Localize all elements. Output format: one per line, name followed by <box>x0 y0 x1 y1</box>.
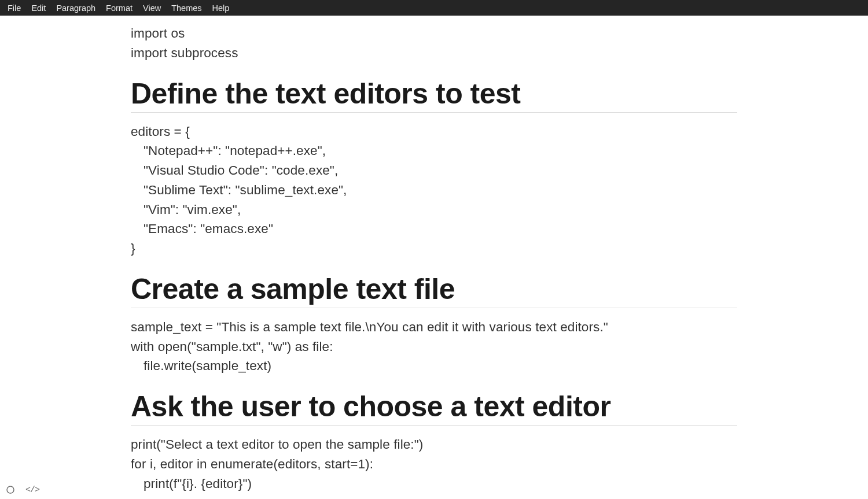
svg-point-0 <box>7 486 14 493</box>
document-line: "Sublime Text": "sublime_text.exe", <box>131 180 737 200</box>
menubar: File Edit Paragraph Format View Themes H… <box>0 0 868 16</box>
document-line: import os <box>131 24 737 43</box>
document-line: print(f"{i}. {editor}") <box>131 474 737 494</box>
document-line: import subprocess <box>131 43 737 63</box>
document-line: "Vim": "vim.exe", <box>131 200 737 220</box>
heading-create-sample: Create a sample text file <box>131 273 737 308</box>
code-view-icon[interactable]: </> <box>25 485 39 495</box>
document-line: "Visual Studio Code": "code.exe", <box>131 161 737 180</box>
document-body[interactable]: import os import subprocess Define the t… <box>131 16 737 499</box>
document-line: "Notepad++": "notepad++.exe", <box>131 141 737 161</box>
heading-ask-user: Ask the user to choose a text editor <box>131 391 737 426</box>
content-scroll-area[interactable]: import os import subprocess Define the t… <box>0 16 868 499</box>
document-line: print("Select a text editor to open the … <box>131 435 737 454</box>
document-line: "Emacs": "emacs.exe" <box>131 219 737 239</box>
menu-view[interactable]: View <box>138 0 166 16</box>
menu-format[interactable]: Format <box>101 0 138 16</box>
statusbar: </> <box>0 480 45 499</box>
menu-help[interactable]: Help <box>207 0 235 16</box>
menu-paragraph[interactable]: Paragraph <box>51 0 101 16</box>
circle-icon[interactable] <box>6 485 15 494</box>
menu-file[interactable]: File <box>2 0 26 16</box>
heading-define-editors: Define the text editors to test <box>131 78 737 113</box>
menu-edit[interactable]: Edit <box>26 0 51 16</box>
menu-themes[interactable]: Themes <box>166 0 207 16</box>
document-line: with open("sample.txt", "w") as file: <box>131 337 737 357</box>
document-line: file.write(sample_text) <box>131 356 737 376</box>
document-line: editors = { <box>131 122 737 142</box>
document-line: for i, editor in enumerate(editors, star… <box>131 454 737 474</box>
document-line: } <box>131 239 737 258</box>
document-line: sample_text = "This is a sample text fil… <box>131 317 737 337</box>
